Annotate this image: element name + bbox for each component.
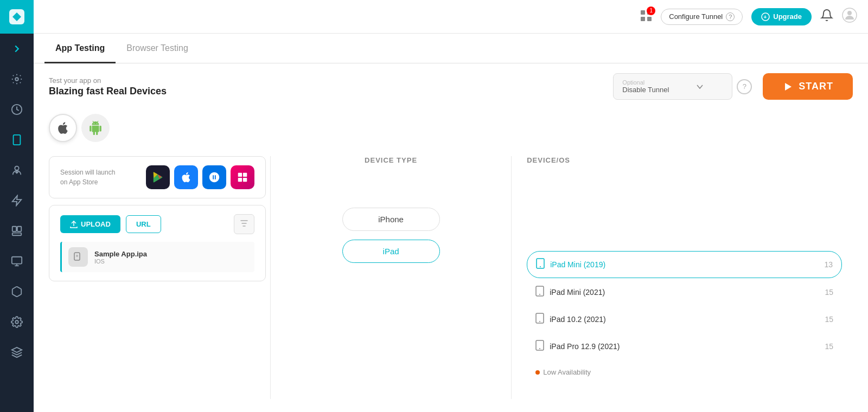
svg-rect-17 (641, 17, 645, 21)
app-file-name: Sample App.ipa (94, 250, 147, 258)
svg-point-34 (539, 321, 540, 322)
svg-rect-25 (238, 178, 242, 182)
tunnel-value: Disable Tunnel (622, 86, 669, 94)
upload-actions: UPLOAD URL (60, 214, 254, 234)
svg-marker-6 (12, 196, 22, 205)
upgrade-button[interactable]: + Upgrade (751, 8, 812, 25)
svg-point-5 (15, 166, 18, 170)
device-tablet-icon (535, 286, 544, 299)
svg-point-1 (15, 78, 18, 81)
teamviewer-icon[interactable] (202, 165, 226, 189)
tunnel-help-icon[interactable]: ? (737, 79, 752, 94)
sub-header-title: Blazing fast Real Devices (49, 86, 602, 97)
sub-header-text: Test your app on Blazing fast Real Devic… (49, 76, 602, 97)
device-type-options: iPhone iPad (342, 208, 440, 263)
low-avail-dot (535, 370, 540, 375)
low-availability-indicator: Low Availability (527, 368, 842, 376)
device-row[interactable]: iPad Mini (2021) 15 (527, 279, 842, 305)
upgrade-label: Upgrade (773, 12, 802, 21)
device-os-heading: DEVICE/OS (527, 156, 842, 164)
sidebar-item-settings[interactable] (0, 307, 34, 337)
tunnel-optional-label: Optional (622, 79, 669, 86)
apple-os-button[interactable] (49, 114, 77, 142)
svg-text:+: + (764, 14, 767, 20)
sidebar-item-automation[interactable] (0, 155, 34, 185)
device-name: iPad 10.2 (2021) (550, 315, 819, 324)
app-file-type: Ios (94, 258, 147, 265)
svg-point-28 (76, 255, 78, 257)
app-store-card: Session will launch on App Store (49, 156, 266, 198)
device-type-heading: DEVICE TYPE (365, 156, 417, 164)
three-column-layout: Session will launch on App Store (34, 151, 868, 410)
sidebar-expand[interactable] (0, 34, 34, 64)
sidebar (0, 0, 34, 412)
app-file-row[interactable]: Sample App.ipa Ios (60, 242, 254, 272)
upload-label: UPLOAD (81, 220, 111, 228)
tab-browser-testing[interactable]: Browser Testing (116, 34, 199, 63)
svg-rect-10 (12, 257, 22, 264)
configure-tunnel-button[interactable]: Configure Tunnel ? (661, 9, 743, 25)
svg-point-30 (540, 266, 541, 267)
tunnel-select-area: Optional Disable Tunnel ? (613, 73, 752, 100)
configure-tunnel-help-icon: ? (726, 12, 735, 21)
device-tablet-icon (535, 340, 544, 353)
content-area: App Testing Browser Testing Test your ap… (34, 34, 868, 412)
device-os-version: 15 (825, 288, 833, 297)
device-row[interactable]: iPad Pro 12.9 (2021) 15 (527, 333, 842, 359)
svg-point-32 (539, 294, 540, 295)
svg-marker-14 (12, 347, 22, 352)
configure-tunnel-label: Configure Tunnel (669, 12, 723, 21)
app-store-icon[interactable] (174, 165, 198, 189)
svg-point-22 (847, 11, 852, 15)
tab-app-testing[interactable]: App Testing (44, 34, 116, 63)
sidebar-item-documents[interactable] (0, 216, 34, 246)
device-type-ipad[interactable]: iPad (342, 240, 440, 263)
device-tablet-icon (536, 258, 545, 271)
svg-rect-7 (12, 227, 16, 231)
sidebar-logo[interactable] (0, 0, 34, 34)
device-tablet-icon (535, 313, 544, 326)
svg-point-13 (15, 320, 18, 324)
apps-grid-icon[interactable]: 1 (640, 10, 652, 24)
device-os-version: 13 (824, 260, 833, 269)
session-label: Session will launch on App Store (60, 168, 115, 187)
svg-rect-8 (17, 227, 21, 231)
app-panel: Session will launch on App Store (49, 156, 266, 399)
tunnel-dropdown[interactable]: Optional Disable Tunnel (613, 73, 732, 100)
filter-button[interactable] (234, 214, 254, 234)
device-name: iPad Mini (2021) (550, 288, 819, 297)
notifications-bell-icon[interactable] (820, 9, 833, 25)
main-content: 1 Configure Tunnel ? + Upgrade App Testi… (34, 0, 868, 412)
pink-store-icon[interactable] (231, 165, 254, 189)
sidebar-item-app-testing[interactable] (0, 125, 34, 155)
sub-header: Test your app on Blazing fast Real Devic… (34, 63, 868, 110)
upload-card: UPLOAD URL Sampl (49, 205, 266, 281)
device-os-version: 15 (825, 315, 833, 324)
svg-rect-26 (243, 178, 247, 182)
sidebar-item-dashboard[interactable] (0, 64, 34, 94)
sidebar-item-layers[interactable] (0, 337, 34, 368)
test-label: Test your app on (49, 76, 602, 85)
tab-bar: App Testing Browser Testing (34, 34, 868, 63)
svg-rect-15 (641, 10, 645, 15)
sidebar-item-history[interactable] (0, 94, 34, 125)
os-selector (34, 110, 868, 151)
divider-2 (511, 156, 512, 399)
svg-point-36 (539, 348, 540, 349)
user-avatar-icon[interactable] (842, 8, 857, 26)
divider-1 (270, 156, 271, 399)
sidebar-item-lightning[interactable] (0, 185, 34, 216)
google-play-icon[interactable] (146, 165, 170, 189)
sidebar-item-box[interactable] (0, 276, 34, 307)
upload-button[interactable]: UPLOAD (60, 215, 120, 233)
android-os-button[interactable] (81, 114, 110, 142)
url-button[interactable]: URL (126, 215, 161, 233)
sidebar-item-monitor[interactable] (0, 246, 34, 276)
device-type-iphone[interactable]: iPhone (342, 208, 440, 231)
device-os-version: 15 (825, 342, 833, 351)
device-row[interactable]: iPad 10.2 (2021) 15 (527, 306, 842, 332)
start-button[interactable]: START (763, 73, 853, 100)
device-name: iPad Pro 12.9 (2021) (550, 342, 819, 351)
device-row[interactable]: iPad Mini (2019) 13 (527, 251, 842, 278)
app-file-info: Sample App.ipa Ios (94, 250, 147, 265)
